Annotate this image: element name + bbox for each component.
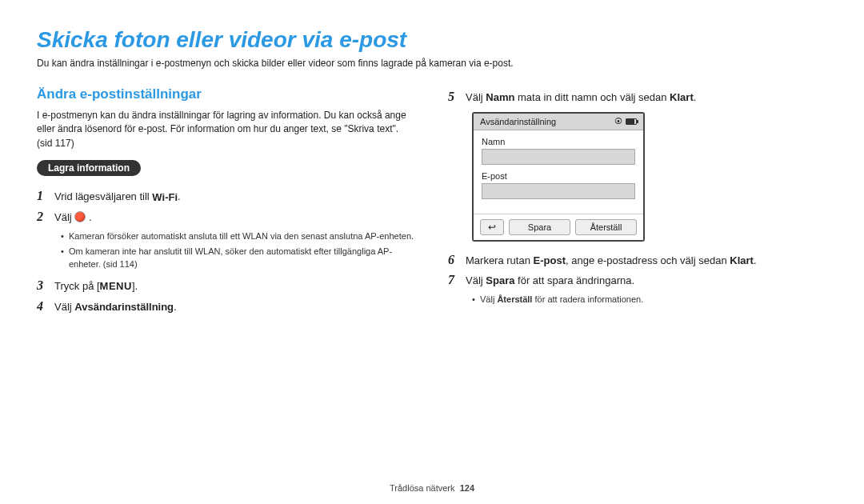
step-2-notes: Kameran försöker automatiskt ansluta til… xyxy=(61,230,416,270)
step-5: 5 Välj Namn mata in ditt namn och välj s… xyxy=(448,90,827,106)
device-button-row: ↩ Spara Återställ xyxy=(474,214,643,240)
left-column: Ändra e-postinställningar I e-postmenyn … xyxy=(37,86,416,319)
section-heading: Ändra e-postinställningar xyxy=(37,86,416,102)
step-1: 1 Vrid lägesväljaren till Wi-Fi. xyxy=(37,189,416,205)
steps-list-left: 1 Vrid lägesväljaren till Wi-Fi. 2 Välj … xyxy=(37,189,416,226)
right-column: 5 Välj Namn mata in ditt namn och välj s… xyxy=(448,86,827,319)
device-body: Namn E-post xyxy=(474,130,643,214)
step-7-notes: Välj Återställ för att radera informatio… xyxy=(472,294,827,306)
step-3: 3 Tryck på [MENU]. xyxy=(37,278,416,294)
page-footer: Trådlösa nätverk 124 xyxy=(0,483,864,493)
step-6: 6 Markera rutan E-post, ange e-postadres… xyxy=(448,253,827,269)
field-label-email: E-post xyxy=(482,171,635,181)
email-field[interactable] xyxy=(482,183,635,199)
menu-icon: MENU xyxy=(100,280,132,292)
wifi-signal-icon: ⦿ xyxy=(614,118,622,126)
save-button[interactable]: Spara xyxy=(509,219,570,235)
back-button[interactable]: ↩ xyxy=(480,219,504,235)
subsection-pill: Lagra information xyxy=(37,160,141,176)
steps-list-right: 5 Välj Namn mata in ditt namn och välj s… xyxy=(448,90,827,106)
step-4: 4 Välj Avsändarinställning. xyxy=(37,299,416,315)
list-item: Kameran försöker automatiskt ansluta til… xyxy=(61,230,416,242)
step-2: 2 Välj . xyxy=(37,210,416,226)
device-titlebar: Avsändarinställning ⦿ xyxy=(474,114,643,130)
page-title: Skicka foton eller videor via e-post xyxy=(37,27,827,53)
reset-button[interactable]: Återställ xyxy=(575,219,637,235)
email-app-icon xyxy=(74,211,86,222)
steps-list-right-continued: 6 Markera rutan E-post, ange e-postadres… xyxy=(448,253,827,289)
wifi-icon: Wi-Fi xyxy=(152,191,178,203)
name-field[interactable] xyxy=(482,149,635,165)
content-columns: Ändra e-postinställningar I e-postmenyn … xyxy=(37,86,827,319)
device-screen-title: Avsändarinställning xyxy=(480,117,556,126)
section-paragraph: I e-postmenyn kan du ändra inställningar… xyxy=(37,109,416,150)
list-item: Om kameran inte har anslutit till WLAN, … xyxy=(61,246,416,270)
list-item: Välj Återställ för att radera informatio… xyxy=(472,294,827,306)
steps-list-left-continued: 3 Tryck på [MENU]. 4 Välj Avsändarinstäl… xyxy=(37,278,416,314)
device-mock-panel: Avsändarinställning ⦿ Namn E-post ↩ Spar… xyxy=(472,112,645,242)
page-intro: Du kan ändra inställningar i e-postmenyn… xyxy=(37,58,827,69)
field-label-name: Namn xyxy=(482,137,635,146)
step-7: 7 Välj Spara för att spara ändringarna. xyxy=(448,273,827,289)
battery-icon xyxy=(626,118,637,125)
